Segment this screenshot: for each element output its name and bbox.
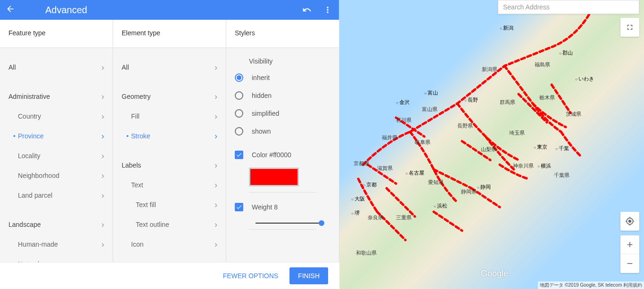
map-label: 長野県 [457, 122, 473, 129]
visibility-hidden[interactable]: hidden [226, 87, 339, 104]
map-label: 石川県 [396, 117, 412, 124]
map-label: 横浜 [537, 162, 551, 169]
feature-all[interactable]: All› [0, 57, 113, 77]
map-label: 福井県 [382, 134, 397, 141]
feature-neighborhood[interactable]: Neighborhood› [0, 166, 113, 185]
map-label: 金沢 [396, 99, 410, 106]
element-icon[interactable]: Icon› [113, 234, 226, 254]
stylers-header: Stylers [226, 20, 339, 48]
color-swatch[interactable] [249, 168, 299, 186]
visibility-inherit[interactable]: inherit [226, 69, 339, 87]
map-label: いわき [575, 75, 594, 82]
fullscreen-button[interactable] [620, 18, 639, 37]
visibility-shown[interactable]: shown [226, 122, 339, 140]
map-label: 新潟県 [482, 66, 497, 73]
color-toggle[interactable]: Color #ff0000 [226, 146, 339, 164]
map-label: 愛知県 [428, 179, 444, 186]
element-geometry[interactable]: Geometry› [113, 87, 226, 106]
map-label: 名古屋 [405, 169, 424, 177]
map-label: 千葉県 [554, 172, 570, 179]
feature-natural[interactable]: Natural› [0, 254, 113, 262]
element-text[interactable]: Text› [113, 175, 226, 195]
search-input[interactable]: Search Address [498, 0, 639, 14]
map-label: 堺 [351, 209, 360, 217]
visibility-label: Visibility [226, 54, 339, 69]
map-label: 滋賀県 [377, 165, 393, 172]
map-label: 岐阜県 [415, 139, 430, 146]
feature-land-parcel[interactable]: Land parcel› [0, 185, 113, 205]
visibility-simplified[interactable]: simplified [226, 104, 339, 122]
undo-button[interactable] [301, 4, 313, 16]
map-label: 京都 [363, 181, 377, 188]
more-button[interactable] [322, 4, 333, 16]
map-label: 静岡 [477, 184, 491, 191]
element-text-fill[interactable]: Text fill› [113, 195, 226, 215]
weight-toggle[interactable]: Weight 8 [226, 198, 339, 216]
map-label: 茨城県 [566, 111, 581, 118]
map-canvas[interactable]: 新潟福島県郡山新潟県いわき栃木県富山長野群馬県茨城県金沢富山県石川県長野県埼玉県… [339, 0, 644, 289]
map-label: 千葉 [555, 145, 569, 152]
map-label: 京都府 [354, 160, 369, 167]
map-label: 東京 [534, 144, 547, 151]
my-location-button[interactable] [620, 212, 639, 231]
page-title: Advanced [45, 5, 87, 16]
map-label: 山梨県 [481, 146, 496, 153]
element-text-outline[interactable]: Text outline› [113, 215, 226, 234]
feature-locality[interactable]: Locality› [0, 146, 113, 166]
feature-type-header: Feature type [0, 20, 113, 48]
feature-landscape[interactable]: Landscape› [0, 215, 113, 234]
map-label: 神奈川県 [513, 162, 534, 169]
map-label: 三重県 [396, 214, 412, 221]
zoom-out-button[interactable]: − [620, 254, 639, 273]
map-label: 浜松 [434, 202, 447, 209]
feature-country[interactable]: Country› [0, 106, 113, 126]
weight-slider[interactable] [256, 223, 322, 224]
map-label: 富山県 [422, 106, 438, 113]
map-label: 長野 [464, 96, 478, 104]
map-label: 埼玉県 [509, 129, 525, 136]
element-stroke[interactable]: Stroke› [113, 126, 226, 146]
toolbar: Advanced [0, 0, 339, 20]
map-label: 新潟 [500, 24, 513, 32]
map-label: 福島県 [535, 61, 550, 68]
map-label: 静岡県 [461, 188, 477, 195]
google-logo: Google [481, 269, 508, 279]
map-label: 奈良県 [368, 214, 383, 221]
fewer-options-button[interactable]: Fewer Options [215, 267, 286, 284]
feature-administrative[interactable]: Administrative› [0, 87, 113, 106]
finish-button[interactable]: Finish [289, 267, 328, 284]
map-boundaries [339, 0, 644, 289]
map-label: 富山 [424, 89, 438, 96]
element-all[interactable]: All› [113, 57, 226, 77]
element-labels[interactable]: Labels› [113, 155, 226, 175]
element-fill[interactable]: Fill› [113, 106, 226, 126]
map-label: 和歌山県 [356, 249, 377, 257]
feature-province[interactable]: Province› [0, 126, 113, 146]
map-attribution: 地図データ ©2019 Google, SK telecom 利用規約 [538, 281, 644, 289]
map-label: 郡山 [559, 49, 573, 56]
footer: Fewer Options Finish [0, 262, 339, 289]
zoom-control: + − [620, 235, 639, 273]
feature-human-made[interactable]: Human-made› [0, 234, 113, 254]
zoom-in-button[interactable]: + [620, 235, 639, 254]
map-label: 栃木県 [539, 94, 555, 101]
element-type-header: Element type [113, 20, 226, 48]
back-button[interactable] [6, 4, 17, 16]
map-label: 大阪 [351, 195, 365, 202]
map-label: 群馬県 [500, 99, 515, 106]
